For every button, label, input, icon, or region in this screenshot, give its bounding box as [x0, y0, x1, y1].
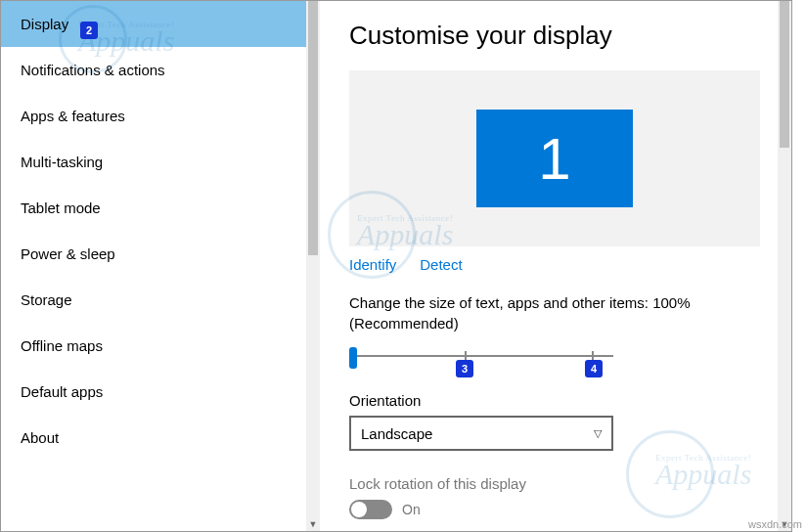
sidebar-item-label: Multi-tasking: [21, 154, 103, 170]
scroll-thumb[interactable]: [308, 1, 318, 255]
monitor-number: 1: [538, 125, 570, 193]
main-pane: Customise your display 1 Identify Detect…: [320, 1, 791, 531]
scale-slider[interactable]: [349, 343, 613, 371]
sidebar-item-label: Power & sleep: [21, 245, 115, 262]
identify-link[interactable]: Identify: [349, 256, 396, 273]
slider-thumb[interactable]: [349, 347, 357, 369]
sidebar-item-label: Default apps: [21, 383, 103, 400]
sidebar-item-notifications[interactable]: Notifications & actions: [1, 47, 320, 93]
sidebar-item-about[interactable]: About: [1, 415, 320, 461]
sidebar-item-label: Offline maps: [21, 337, 103, 354]
annotation-badge-2: 2: [80, 22, 98, 39]
sidebar-scrollbar[interactable]: ▲ ▼: [306, 1, 320, 531]
sidebar-item-power[interactable]: Power & sleep: [1, 231, 320, 277]
orientation-label: Orientation: [349, 390, 762, 411]
sidebar-item-label: Apps & features: [21, 108, 125, 124]
annotation-badge-4: 4: [585, 360, 603, 377]
dropdown-value: Landscape: [361, 425, 432, 442]
sidebar-item-default-apps[interactable]: Default apps: [1, 369, 320, 415]
sidebar-item-storage[interactable]: Storage: [1, 277, 320, 323]
monitor-preview-area: 1: [349, 70, 760, 246]
sidebar-item-multitasking[interactable]: Multi-tasking: [1, 139, 320, 185]
sidebar-item-apps[interactable]: Apps & features: [1, 93, 320, 139]
scroll-thumb[interactable]: [780, 1, 789, 148]
display-links: Identify Detect: [349, 256, 762, 273]
scale-label-line1: Change the size of text, apps and other …: [349, 294, 691, 311]
lock-rotation-toggle[interactable]: [349, 500, 392, 519]
scale-label: Change the size of text, apps and other …: [349, 292, 762, 333]
sidebar-item-label: Notifications & actions: [21, 62, 165, 78]
monitor-thumbnail[interactable]: 1: [476, 110, 633, 207]
sidebar-item-maps[interactable]: Offline maps: [1, 323, 320, 369]
sidebar-item-label: Storage: [21, 291, 72, 308]
orientation-dropdown[interactable]: Landscape ▽: [349, 416, 613, 451]
sidebar-item-display[interactable]: Display: [1, 1, 320, 47]
annotation-badge-3: 3: [456, 360, 473, 377]
main-scrollbar[interactable]: ▲ ▼: [778, 1, 791, 531]
slider-track: [349, 355, 613, 357]
lock-rotation-label: Lock rotation of this display: [349, 475, 762, 492]
sidebar: Display Notifications & actions Apps & f…: [1, 1, 320, 531]
toggle-value: On: [402, 502, 421, 517]
page-title: Customise your display: [349, 21, 762, 51]
scale-label-line2: (Recommended): [349, 315, 459, 332]
chevron-down-icon: ▽: [594, 427, 602, 440]
sidebar-item-label: Display: [21, 16, 68, 32]
detect-link[interactable]: Detect: [420, 256, 462, 273]
sidebar-item-label: About: [21, 429, 59, 446]
settings-window: Display Notifications & actions Apps & f…: [0, 0, 792, 532]
sidebar-item-label: Tablet mode: [21, 200, 101, 216]
sidebar-item-tablet[interactable]: Tablet mode: [1, 185, 320, 231]
source-credit: wsxdn.com: [748, 518, 802, 530]
scroll-down-icon[interactable]: ▼: [306, 517, 320, 531]
